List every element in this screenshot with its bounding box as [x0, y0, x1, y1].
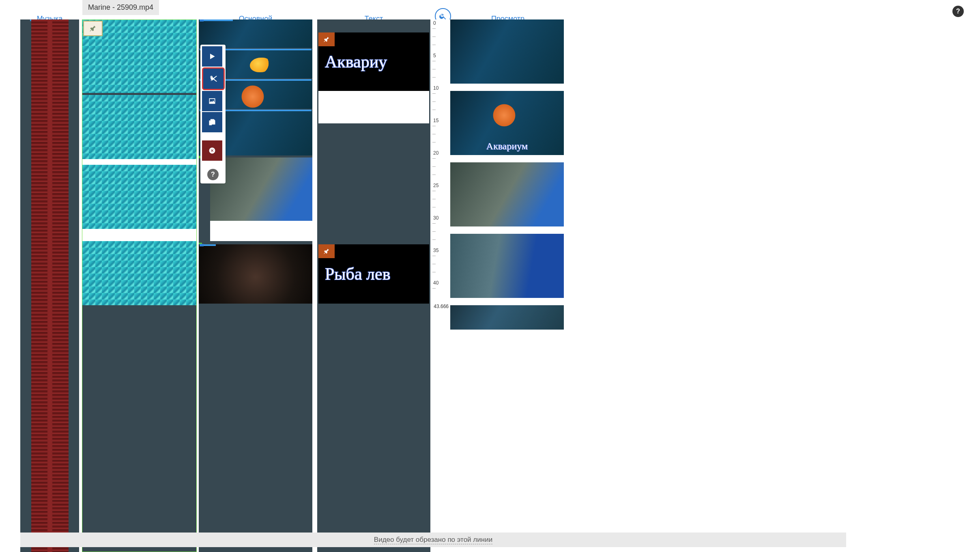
preview-thumbnail[interactable] [450, 162, 564, 226]
ruler-tick: 15 [432, 118, 438, 123]
trim-footer: Видео будет обрезано по этой линии [20, 533, 846, 547]
copy-icon [208, 118, 216, 126]
main-clip[interactable] [199, 19, 312, 48]
preview-thumbnail[interactable] [450, 305, 564, 330]
main-clip[interactable] [199, 244, 312, 304]
ruler-tick: 35 [432, 248, 438, 253]
time-ruler: 0 5 10 15 20 25 30 35 40 43.666 [432, 19, 449, 552]
preview-thumbnail[interactable] [450, 234, 564, 298]
ruler-tick: 20 [432, 150, 438, 156]
ruler-tick: 0 [432, 20, 436, 26]
preview-thumbnail[interactable] [450, 19, 564, 84]
preview-thumbnail[interactable]: Аквариум [450, 91, 564, 155]
pin-icon [89, 25, 97, 32]
text-clip-content: Рыба лев [318, 264, 391, 284]
timeline-tracks: ? Аквариу [0, 19, 980, 552]
help-icon: ? [211, 171, 215, 178]
video-frame[interactable] [82, 95, 196, 159]
track-text[interactable]: Аквариу Рыба лев [317, 19, 430, 552]
preview-overlay-text: Аквариум [450, 141, 564, 152]
track-music[interactable] [20, 19, 79, 552]
clip-progress [200, 244, 216, 246]
video-frame[interactable] [82, 165, 196, 229]
pin-text-button[interactable] [318, 32, 335, 46]
pin-text-button[interactable] [318, 244, 335, 258]
help-button[interactable]: ? [952, 6, 964, 17]
ruler-tick: 5 [432, 53, 436, 58]
header: Музыка Marine - 25909.mp4 Основной Текст… [0, 0, 980, 19]
cut-button[interactable] [202, 67, 225, 90]
ruler-end: 43.666 [434, 304, 449, 552]
audio-waveform[interactable] [34, 19, 66, 552]
copy-button[interactable] [202, 112, 222, 132]
clip-gap [210, 221, 312, 241]
ruler-tick: 30 [432, 215, 438, 221]
text-clip-content: Аквариу [318, 52, 387, 71]
delete-button[interactable] [202, 140, 222, 161]
ruler-tick: 25 [432, 183, 438, 188]
clip-gap [82, 159, 196, 165]
filename-chip[interactable]: Marine - 25909.mp4 [82, 0, 159, 15]
pin-icon [323, 36, 330, 43]
ruler-tick: 40 [432, 280, 438, 286]
pin-icon [323, 248, 330, 254]
help-icon: ? [956, 8, 960, 15]
preview-column: Аквариум [450, 19, 565, 552]
play-icon [208, 52, 216, 60]
clip-tool-panel: ? [200, 45, 226, 183]
video-frame[interactable] [82, 241, 196, 305]
ruler-tick: 10 [432, 85, 438, 91]
clip-gap [82, 229, 196, 241]
image-button[interactable] [202, 91, 222, 111]
zoom-in-icon [439, 12, 447, 20]
text-clip-tail [318, 91, 429, 123]
trim-line-label[interactable]: Видео будет обрезано по этой линии [374, 536, 492, 544]
text-clip[interactable]: Рыба лев [318, 244, 429, 304]
play-button[interactable] [202, 46, 222, 67]
image-icon [208, 97, 216, 105]
track-video-selected[interactable] [82, 19, 197, 552]
delete-icon [208, 147, 216, 154]
clip-progress [200, 19, 233, 21]
clip-help-button[interactable]: ? [207, 169, 219, 180]
text-clip[interactable]: Аквариу [318, 32, 429, 91]
scissors-icon [209, 74, 218, 83]
pin-clip-button[interactable] [83, 21, 103, 36]
